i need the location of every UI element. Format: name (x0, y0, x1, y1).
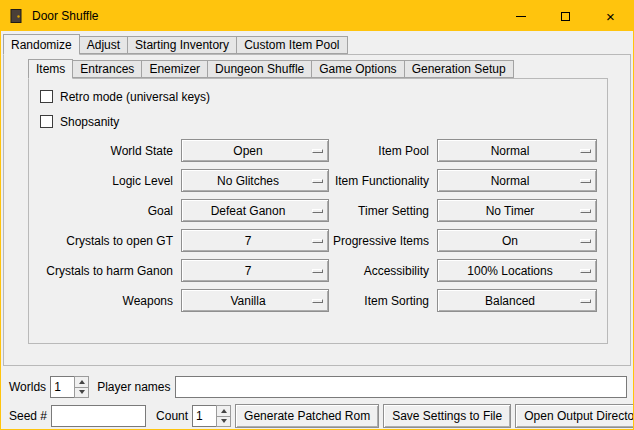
generate-patched-rom-button[interactable]: Generate Patched Rom (235, 404, 379, 428)
goal-dropdown[interactable]: Defeat Ganon (181, 199, 329, 222)
minimize-icon (516, 16, 526, 17)
dropdown-indicator-icon (580, 179, 591, 183)
tab-label: Items (36, 62, 65, 76)
logic-level-label: Logic Level (37, 174, 173, 188)
randomize-panel: Items Entrances Enemizer Dungeon Shuffle… (3, 54, 631, 366)
timer-setting-dropdown[interactable]: No Timer (437, 199, 597, 222)
count-spinbox (192, 405, 231, 427)
tab-generation-setup[interactable]: Generation Setup (404, 60, 514, 78)
maximize-icon (561, 12, 570, 21)
player-names-label: Player names (97, 380, 170, 394)
worlds-label: Worlds (9, 380, 46, 394)
item-sorting-label: Item Sorting (329, 294, 429, 308)
logic-level-value: No Glitches (182, 174, 328, 188)
dropdown-indicator-icon (580, 209, 591, 213)
maximize-button[interactable] (543, 1, 588, 31)
weapons-dropdown[interactable]: Vanilla (181, 289, 329, 312)
dropdown-indicator-icon (312, 179, 323, 183)
count-spin-down-button[interactable] (216, 417, 231, 428)
crystals-open-gt-dropdown[interactable]: 7 (181, 229, 329, 252)
dropdown-indicator-icon (580, 269, 591, 273)
item-sorting-dropdown[interactable]: Balanced (437, 289, 597, 312)
accessibility-dropdown[interactable]: 100% Locations (437, 259, 597, 282)
crystals-harm-ganon-label: Crystals to harm Ganon (37, 264, 173, 278)
option-row: Weapons Vanilla Item Sorting Balanced (37, 289, 599, 312)
progressive-items-label: Progressive Items (329, 234, 429, 248)
minimize-button[interactable] (498, 1, 543, 31)
spin-up-icon (221, 409, 227, 413)
window-controls: × (498, 1, 633, 31)
tab-game-options[interactable]: Game Options (311, 60, 404, 78)
player-names-input[interactable] (175, 376, 628, 398)
accessibility-value: 100% Locations (438, 264, 596, 278)
worlds-spin-down-button[interactable] (74, 388, 89, 399)
open-output-directory-button[interactable]: Open Output Directory (515, 404, 634, 428)
world-state-label: World State (37, 144, 173, 158)
count-spin-buttons (216, 405, 231, 427)
accessibility-label: Accessibility (329, 264, 429, 278)
shopsanity-row: Shopsanity (37, 109, 599, 134)
goal-label: Goal (37, 204, 173, 218)
retro-mode-row: Retro mode (universal keys) (37, 84, 599, 109)
count-spin-up-button[interactable] (216, 405, 231, 417)
shopsanity-label: Shopsanity (60, 115, 119, 129)
tab-label: Entrances (80, 62, 134, 76)
tab-custom-item-pool[interactable]: Custom Item Pool (236, 36, 347, 54)
logic-level-dropdown[interactable]: No Glitches (181, 169, 329, 192)
dropdown-indicator-icon (312, 239, 323, 243)
window-title: Door Shuffle (32, 9, 99, 23)
option-row: Logic Level No Glitches Item Functionali… (37, 169, 599, 192)
seed-input[interactable] (51, 405, 146, 427)
option-row: Crystals to open GT 7 Progressive Items … (37, 229, 599, 252)
retro-mode-label: Retro mode (universal keys) (60, 90, 210, 104)
item-pool-dropdown[interactable]: Normal (437, 139, 597, 162)
world-state-value: Open (182, 144, 328, 158)
tab-items[interactable]: Items (28, 59, 73, 79)
dropdown-indicator-icon (580, 299, 591, 303)
shopsanity-checkbox[interactable] (40, 115, 53, 128)
item-pool-value: Normal (438, 144, 596, 158)
close-button[interactable]: × (588, 1, 633, 31)
tab-label: Starting Inventory (135, 38, 229, 52)
tab-label: Adjust (87, 38, 120, 52)
item-pool-label: Item Pool (329, 144, 429, 158)
crystals-harm-ganon-dropdown[interactable]: 7 (181, 259, 329, 282)
weapons-value: Vanilla (182, 294, 328, 308)
progressive-items-dropdown[interactable]: On (437, 229, 597, 252)
worlds-spin-up-button[interactable] (74, 376, 89, 388)
tab-adjust[interactable]: Adjust (79, 36, 128, 54)
progressive-items-value: On (438, 234, 596, 248)
worlds-row: Worlds Player names (9, 375, 627, 399)
app-icon (8, 8, 24, 24)
titlebar[interactable]: Door Shuffle × (1, 1, 633, 31)
seed-row: Seed # Count Generate Patched Rom Save S… (9, 404, 627, 428)
seed-label: Seed # (9, 409, 47, 423)
tab-label: Enemizer (149, 62, 200, 76)
tab-label: Custom Item Pool (244, 38, 339, 52)
tab-dungeon-shuffle[interactable]: Dungeon Shuffle (207, 60, 312, 78)
option-row: Goal Defeat Ganon Timer Setting No Timer (37, 199, 599, 222)
spin-up-icon (79, 380, 85, 384)
world-state-dropdown[interactable]: Open (181, 139, 329, 162)
dropdown-indicator-icon (580, 239, 591, 243)
close-icon: × (606, 9, 615, 24)
tab-enemizer[interactable]: Enemizer (141, 60, 208, 78)
tab-entrances[interactable]: Entrances (72, 60, 142, 78)
crystals-open-gt-label: Crystals to open GT (37, 234, 173, 248)
item-functionality-label: Item Functionality (329, 174, 429, 188)
worlds-spinbox (50, 376, 89, 398)
tab-label: Generation Setup (412, 62, 506, 76)
retro-mode-checkbox[interactable] (40, 90, 53, 103)
items-panel: Retro mode (universal keys) Shopsanity W… (28, 78, 608, 344)
worlds-input[interactable] (50, 376, 74, 398)
save-settings-button[interactable]: Save Settings to File (383, 404, 511, 428)
tab-randomize[interactable]: Randomize (3, 34, 80, 55)
tab-starting-inventory[interactable]: Starting Inventory (127, 36, 237, 54)
item-functionality-dropdown[interactable]: Normal (437, 169, 597, 192)
option-row: Crystals to harm Ganon 7 Accessibility 1… (37, 259, 599, 282)
app-window: Door Shuffle × Randomize Adjust Starting… (0, 0, 634, 430)
worlds-spin-buttons (74, 376, 89, 398)
count-input[interactable] (192, 405, 216, 427)
bottom-bar: Worlds Player names Seed # Count (1, 375, 633, 428)
dropdown-indicator-icon (312, 269, 323, 273)
